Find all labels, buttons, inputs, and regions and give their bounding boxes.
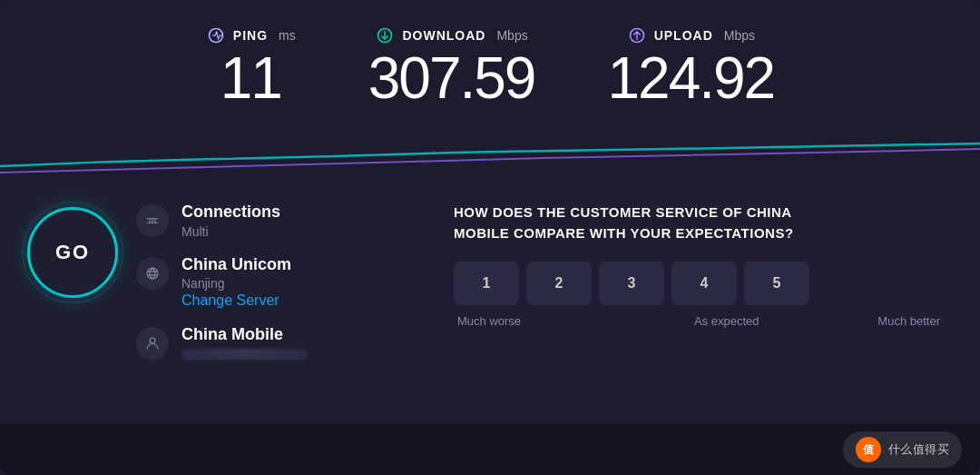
isp-info: China Unicom Nanjing Change Server xyxy=(181,255,291,310)
upload-header: UPLOAD Mbps xyxy=(627,25,755,45)
rating-labels: Much worse As expected Much better xyxy=(454,314,944,328)
rating-label-much-worse: Much worse xyxy=(457,314,521,328)
download-icon xyxy=(375,25,395,45)
rating-btn-4[interactable]: 4 xyxy=(671,262,737,305)
user-label: China Mobile xyxy=(181,325,309,345)
upload-icon xyxy=(627,25,647,45)
ping-icon xyxy=(206,25,226,45)
watermark: 值 什么值得买 xyxy=(843,431,963,468)
user-detail-blurred xyxy=(181,349,309,360)
upload-stat: UPLOAD Mbps 124.92 xyxy=(607,25,774,107)
connections-label: Connections xyxy=(181,203,280,223)
bottom-bar: 值 什么值得买 xyxy=(0,424,980,475)
ping-header: PING ms xyxy=(206,25,296,45)
ping-unit: ms xyxy=(279,28,296,43)
user-icon xyxy=(136,327,169,360)
main-content: GO Connections Multi xyxy=(0,180,980,416)
app-container: PING ms 11 DOWNLOAD Mbps 307.59 xyxy=(0,0,980,475)
connections-value: Multi xyxy=(181,224,280,239)
change-server-button[interactable]: Change Server xyxy=(181,292,291,309)
upload-unit: Mbps xyxy=(724,28,755,43)
rating-label-as-expected: As expected xyxy=(694,314,760,328)
upload-value: 124.92 xyxy=(607,49,774,107)
svg-point-3 xyxy=(147,268,158,279)
watermark-logo: 值 xyxy=(856,437,881,462)
left-panel: GO Connections Multi xyxy=(27,198,417,398)
isp-label: China Unicom xyxy=(181,255,291,275)
rating-btn-3[interactable]: 3 xyxy=(599,262,664,305)
ping-stat: PING ms 11 xyxy=(206,25,296,107)
isp-location: Nanjing xyxy=(181,276,291,291)
watermark-text: 什么值得买 xyxy=(888,441,950,458)
connections-icon xyxy=(136,204,169,237)
rating-label-much-better: Much better xyxy=(877,314,940,328)
svg-point-4 xyxy=(150,338,155,343)
survey-question: HOW DOES THE CUSTOMER SERVICE OF CHINA M… xyxy=(454,203,835,243)
isp-row: China Unicom Nanjing Change Server xyxy=(136,255,309,310)
rating-btn-5[interactable]: 5 xyxy=(744,262,809,305)
rating-buttons: 1 2 3 4 5 xyxy=(454,262,944,305)
go-button-container: GO xyxy=(27,207,118,298)
survey-panel: HOW DOES THE CUSTOMER SERVICE OF CHINA M… xyxy=(454,198,944,398)
download-unit: Mbps xyxy=(496,28,527,43)
connections-row: Connections Multi xyxy=(136,203,309,239)
wave-area xyxy=(0,125,980,180)
connections-info: Connections Multi xyxy=(181,203,280,239)
rating-btn-1[interactable]: 1 xyxy=(454,262,519,305)
user-row: China Mobile xyxy=(136,325,309,360)
download-stat: DOWNLOAD Mbps 307.59 xyxy=(368,25,535,107)
ping-value: 11 xyxy=(220,49,281,107)
stats-bar: PING ms 11 DOWNLOAD Mbps 307.59 xyxy=(0,0,980,125)
upload-label: UPLOAD xyxy=(654,28,713,43)
isp-icon xyxy=(136,257,169,290)
server-info: Connections Multi China Unicom xyxy=(136,198,309,360)
user-info: China Mobile xyxy=(181,325,309,360)
go-button[interactable]: GO xyxy=(27,207,118,298)
rating-container: 1 2 3 4 5 Much worse As expected Much be… xyxy=(454,262,944,328)
download-label: DOWNLOAD xyxy=(402,28,485,43)
download-value: 307.59 xyxy=(368,49,535,107)
download-header: DOWNLOAD Mbps xyxy=(375,25,527,45)
rating-btn-2[interactable]: 2 xyxy=(526,262,592,305)
ping-label: PING xyxy=(233,28,268,43)
